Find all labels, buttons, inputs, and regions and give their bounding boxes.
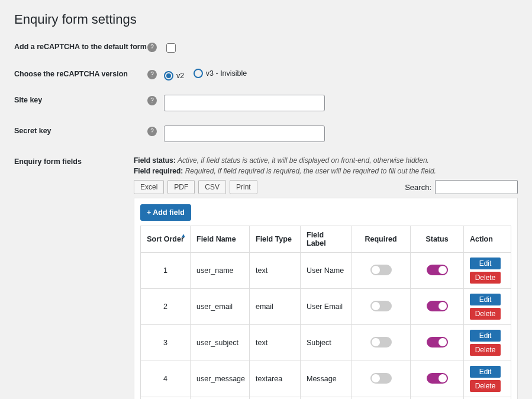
cell-order: 1 — [141, 253, 191, 289]
edit-button[interactable]: Edit — [470, 366, 501, 378]
status-toggle[interactable] — [427, 265, 448, 275]
foot-field-label: Field Label — [301, 397, 352, 400]
col-field-type[interactable]: Field Type — [250, 226, 301, 253]
cell-order: 2 — [141, 289, 191, 325]
status-toggle[interactable] — [427, 337, 448, 347]
table-row: 4user_messagetextareaMessageEditDelete — [141, 361, 511, 397]
required-toggle[interactable] — [370, 265, 392, 275]
help-icon[interactable]: ? — [147, 70, 157, 79]
col-field-name[interactable]: Field Name — [191, 226, 250, 253]
add-recaptcha-checkbox[interactable] — [166, 43, 176, 53]
delete-button[interactable]: Delete — [470, 344, 501, 356]
radio-icon — [194, 69, 203, 78]
export-print-button[interactable]: Print — [230, 180, 257, 194]
hint-status: Field status: Active, if field status is… — [134, 156, 518, 165]
delete-button[interactable]: Delete — [470, 308, 501, 320]
cell-field-type: text — [250, 253, 301, 289]
help-icon[interactable]: ? — [147, 43, 157, 52]
secret-key-input[interactable] — [164, 126, 325, 142]
col-required[interactable]: Required — [352, 226, 411, 253]
cell-field-type: text — [250, 325, 301, 361]
secret-key-label: Secret key — [14, 126, 147, 135]
cell-field-label: Subject — [301, 325, 352, 361]
sort-asc-icon: ▲ — [180, 232, 186, 239]
required-toggle[interactable] — [370, 373, 392, 384]
search-input[interactable] — [435, 180, 518, 194]
col-field-label[interactable]: Field Label — [301, 226, 352, 253]
foot-field-name: Field Name — [191, 397, 250, 400]
table-row: 2user_emailemailUser EmailEditDelete — [141, 289, 511, 325]
cell-order: 3 — [141, 325, 191, 361]
foot-action: Action — [464, 397, 511, 400]
edit-button[interactable]: Edit — [470, 258, 501, 269]
cell-field-type: email — [250, 289, 301, 325]
cell-field-label: User Email — [301, 289, 352, 325]
enquiry-fields-label: Enquiry form fields — [14, 156, 134, 166]
help-icon[interactable]: ? — [147, 127, 157, 136]
fields-table: Sort Order ▲ Field Name Field Type Field… — [140, 226, 511, 399]
cell-field-name: user_name — [191, 253, 250, 289]
cell-order: 4 — [141, 361, 191, 397]
status-toggle[interactable] — [427, 301, 448, 311]
col-status[interactable]: Status — [411, 226, 464, 253]
edit-button[interactable]: Edit — [470, 294, 501, 305]
required-toggle[interactable] — [370, 301, 392, 311]
help-icon[interactable]: ? — [147, 96, 157, 105]
search-label: Search: — [405, 183, 431, 192]
col-action: Action — [464, 226, 511, 253]
site-key-input[interactable] — [164, 95, 325, 111]
table-row: 3user_subjecttextSubjectEditDelete — [141, 325, 511, 361]
foot-sort-order: Sort Order — [141, 397, 191, 400]
cell-field-label: User Name — [301, 253, 352, 289]
radio-v3[interactable]: v3 - Invisible — [194, 69, 247, 78]
page-title: Enquiry form settings — [14, 12, 518, 27]
recaptcha-version-label: Choose the reCAPTCHA version — [14, 69, 147, 78]
cell-field-type: textarea — [250, 361, 301, 397]
export-csv-button[interactable]: CSV — [198, 180, 226, 194]
table-row: 1user_nametextUser NameEditDelete — [141, 253, 511, 289]
radio-v2[interactable]: v2 — [164, 71, 184, 81]
delete-button[interactable]: Delete — [470, 380, 501, 392]
cell-field-name: user_message — [191, 361, 250, 397]
radio-icon — [164, 71, 173, 81]
export-pdf-button[interactable]: PDF — [167, 180, 195, 194]
add-field-button[interactable]: + Add field — [140, 204, 191, 221]
foot-required: Required — [352, 397, 411, 400]
cell-field-label: Message — [301, 361, 352, 397]
cell-field-name: user_email — [191, 289, 250, 325]
site-key-label: Site key — [14, 95, 147, 104]
foot-status: Status — [411, 397, 464, 400]
radio-v3-label: v3 - Invisible — [206, 69, 247, 78]
foot-field-type: Field Type — [250, 397, 301, 400]
radio-v2-label: v2 — [176, 72, 184, 80]
required-toggle[interactable] — [370, 337, 392, 347]
delete-button[interactable]: Delete — [470, 272, 501, 284]
edit-button[interactable]: Edit — [470, 330, 501, 342]
col-sort-order[interactable]: Sort Order ▲ — [141, 226, 191, 253]
hint-required: Field required: Required, if field requi… — [134, 167, 518, 175]
add-recaptcha-label: Add a reCAPTCHA to the default form — [14, 41, 147, 51]
cell-field-name: user_subject — [191, 325, 250, 361]
export-excel-button[interactable]: Excel — [134, 180, 164, 194]
status-toggle[interactable] — [427, 373, 448, 384]
